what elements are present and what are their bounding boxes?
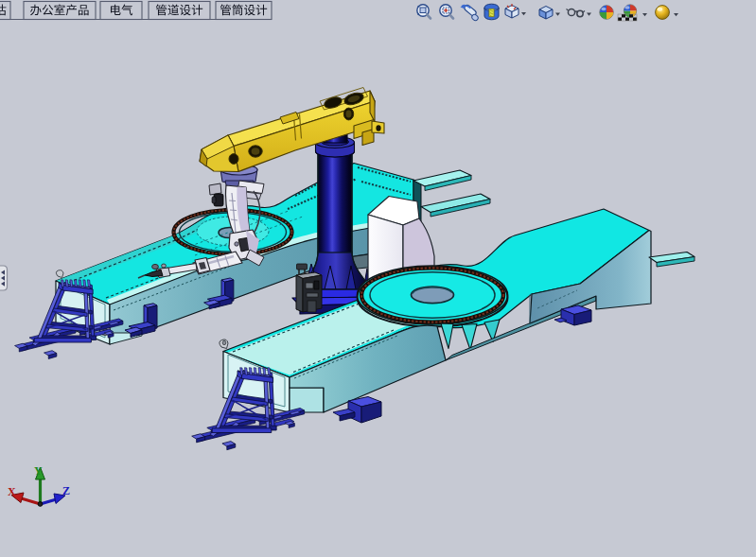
command-tab-electrical[interactable] — [100, 2, 142, 20]
solidworks-viewport: Y X Z 评估 办公室产品 电气 — [0, 0, 756, 557]
triad-y-label: Y — [34, 464, 43, 478]
zoom-to-area-icon[interactable] — [440, 5, 453, 19]
triad-z-label: Z — [62, 484, 70, 497]
panel-collapse-button[interactable] — [0, 266, 8, 290]
triad-x-label: X — [8, 485, 16, 498]
apply-scene-icon[interactable] — [618, 5, 637, 21]
command-manager-tabs — [0, 2, 272, 20]
edit-appearance-icon[interactable] — [600, 6, 613, 19]
command-tab-piping[interactable] — [149, 2, 210, 20]
view-settings-icon[interactable] — [656, 6, 670, 20]
hide-show-items-icon[interactable] — [567, 9, 586, 16]
previous-view-icon[interactable] — [461, 4, 480, 22]
heads-up-view-toolbar — [417, 4, 678, 22]
view-orientation-icon[interactable] — [505, 4, 519, 18]
graphics-area[interactable]: Y X Z — [0, 0, 756, 557]
rotary-ring-right[interactable] — [358, 266, 508, 327]
reference-triad: Y X Z — [8, 464, 70, 506]
section-view-icon[interactable] — [484, 4, 499, 20]
beam-left-shackle — [56, 270, 63, 278]
command-tab-office-products[interactable] — [24, 2, 96, 20]
zoom-to-fit-icon[interactable] — [417, 5, 431, 19]
display-style-icon[interactable] — [539, 7, 553, 20]
command-tab-evaluate[interactable] — [0, 2, 10, 20]
beam-right-shackle — [220, 339, 228, 349]
robot-boom[interactable] — [200, 88, 384, 172]
command-tab-tubing[interactable] — [216, 2, 272, 20]
